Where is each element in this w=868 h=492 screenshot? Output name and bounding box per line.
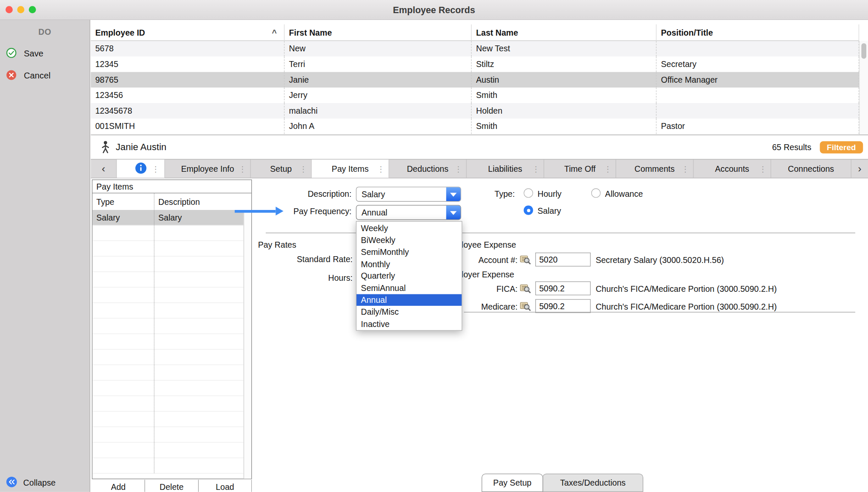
tabs-scroll-left-button[interactable]: ‹ (91, 159, 117, 178)
tab-options-dots-icon[interactable]: ⋮ (152, 164, 159, 173)
radio-salary[interactable] (524, 206, 533, 215)
check-circle-icon (6, 48, 17, 60)
add-button[interactable]: Add (92, 480, 145, 492)
standard-rate-label: Standard Rate: (253, 254, 353, 265)
pay-item-row[interactable]: SalarySalary (92, 210, 244, 226)
employee-cell-last_name: Austin (472, 72, 657, 88)
record-bar: Janie Austin 65 Results Filtered (91, 134, 868, 159)
tab-deductions[interactable]: Deductions⋮ (389, 159, 467, 178)
tab-employee-info[interactable]: Employee Info⋮ (165, 159, 250, 178)
tab-options-dots-icon[interactable]: ⋮ (532, 164, 540, 173)
pay-item-row[interactable] (92, 458, 244, 474)
pay-item-row[interactable] (92, 443, 244, 458)
tab-accounts[interactable]: Accounts⋮ (694, 159, 771, 178)
minimize-window-button[interactable] (17, 6, 24, 13)
account-lookup-icon[interactable] (520, 254, 531, 265)
tab-pay-items[interactable]: Pay Items⋮ (312, 159, 389, 178)
employee-row[interactable]: 98765JanieAustinOffice Manager (91, 72, 859, 88)
pay-item-row[interactable] (92, 396, 244, 412)
pay-item-row[interactable] (92, 349, 244, 365)
pay-item-row[interactable] (92, 411, 244, 427)
close-window-button[interactable] (6, 6, 13, 13)
cancel-button[interactable]: Cancel (6, 70, 50, 82)
pay-item-row[interactable] (92, 272, 244, 288)
account-number-input[interactable] (535, 253, 591, 267)
employee-row[interactable]: 001SMITHJohn ASmithPastor (91, 119, 859, 134)
fica-lookup-icon[interactable] (520, 283, 531, 294)
menu-item-annual[interactable]: Annual (356, 294, 462, 306)
radio-hourly[interactable] (524, 188, 533, 198)
zoom-window-button[interactable] (29, 6, 36, 13)
tab-connections[interactable]: Connections (771, 159, 851, 178)
tab-comments[interactable]: Comments⋮ (616, 159, 694, 178)
save-button[interactable]: Save (6, 48, 43, 60)
column-header[interactable]: First Name (284, 24, 471, 41)
info-tab[interactable]: ⋮ (117, 159, 165, 178)
radio-allowance[interactable] (591, 188, 601, 198)
employee-row[interactable]: 123456JerrySmith (91, 87, 859, 103)
tabs-scroll-right-button[interactable]: › (851, 159, 868, 178)
employee-row[interactable]: 12345678malachiHolden (91, 103, 859, 119)
load-button[interactable]: Load (198, 480, 252, 492)
tab-options-dots-icon[interactable]: ⋮ (300, 164, 307, 173)
pay-items-list: SalarySalary (92, 210, 244, 478)
tab-options-dots-icon[interactable]: ⋮ (239, 164, 246, 173)
scrollbar-thumb[interactable] (861, 43, 866, 59)
pay-item-row[interactable] (92, 303, 244, 319)
pay-item-row[interactable] (92, 226, 244, 241)
tab-options-dots-icon[interactable]: ⋮ (377, 164, 384, 173)
tab-setup[interactable]: Setup⋮ (251, 159, 312, 178)
account-description: Secretary Salary (3000.5020.H.56) (595, 255, 724, 266)
pay-item-row[interactable] (92, 257, 244, 272)
employee-cell-employee_id: 5678 (91, 41, 284, 57)
tab-options-dots-icon[interactable]: ⋮ (682, 164, 689, 173)
pay-items-scrollbar[interactable] (244, 210, 251, 478)
employee-row[interactable]: 12345TerriStiltzSecretary (91, 56, 859, 72)
chevron-down-icon[interactable] (446, 206, 461, 220)
results-count: 65 Results (772, 143, 812, 152)
menu-item-semiannual[interactable]: SemiAnnual (356, 282, 462, 294)
sort-ascending-icon: ^ (272, 24, 277, 41)
employee-cell-first_name: Janie (284, 72, 471, 88)
menu-item-monthly[interactable]: Monthly (356, 258, 462, 270)
column-header[interactable]: Position/Title (657, 24, 859, 41)
tab-taxes-deductions[interactable]: Taxes/Deductions (542, 474, 643, 492)
tab-label: Connections (788, 164, 834, 173)
menu-item-biweekly[interactable]: BiWeekly (356, 234, 462, 246)
fica-account-input[interactable] (535, 282, 591, 296)
employee-row[interactable]: 5678NewNew Test (91, 41, 859, 57)
pay-item-row[interactable] (92, 334, 244, 350)
pay-item-row[interactable] (92, 288, 244, 303)
employee-cell-last_name: Stiltz (472, 56, 657, 72)
delete-button[interactable]: Delete (145, 480, 199, 492)
pay-item-row[interactable] (92, 365, 244, 381)
pay-item-type (92, 380, 154, 395)
employee-cell-position: Secretary (657, 56, 859, 72)
employee-cell-last_name: New Test (472, 41, 657, 57)
collapse-button[interactable]: Collapse (6, 476, 56, 489)
pay-item-row[interactable] (92, 380, 244, 396)
tab-options-dots-icon[interactable]: ⋮ (604, 164, 612, 173)
description-dropdown[interactable]: Salary (356, 187, 461, 201)
table-scrollbar[interactable] (859, 41, 868, 135)
column-header[interactable]: Employee ID^ (91, 24, 284, 41)
medicare-lookup-icon[interactable] (520, 301, 531, 311)
menu-item-semimonthly[interactable]: SemiMonthly (356, 246, 462, 258)
filtered-badge[interactable]: Filtered (820, 141, 863, 153)
pay-items-column-type: Type (92, 193, 154, 210)
menu-item-daily-misc[interactable]: Daily/Misc (356, 306, 462, 318)
column-header[interactable]: Last Name (472, 24, 657, 41)
pay-frequency-dropdown[interactable]: Annual (356, 205, 461, 220)
pay-item-row[interactable] (92, 427, 244, 443)
pay-item-row[interactable] (92, 241, 244, 257)
menu-item-quarterly[interactable]: Quarterly (356, 270, 462, 282)
medicare-account-input[interactable] (535, 299, 591, 313)
menu-item-weekly[interactable]: Weekly (356, 222, 462, 234)
tab-pay-setup[interactable]: Pay Setup (481, 474, 543, 492)
tab-liabilities[interactable]: Liabilities⋮ (467, 159, 544, 178)
tab-options-dots-icon[interactable]: ⋮ (759, 164, 767, 173)
tab-time-off[interactable]: Time Off⋮ (544, 159, 616, 178)
tab-options-dots-icon[interactable]: ⋮ (454, 164, 462, 173)
menu-item-inactive[interactable]: Inactive (356, 318, 462, 330)
pay-item-row[interactable] (92, 319, 244, 334)
